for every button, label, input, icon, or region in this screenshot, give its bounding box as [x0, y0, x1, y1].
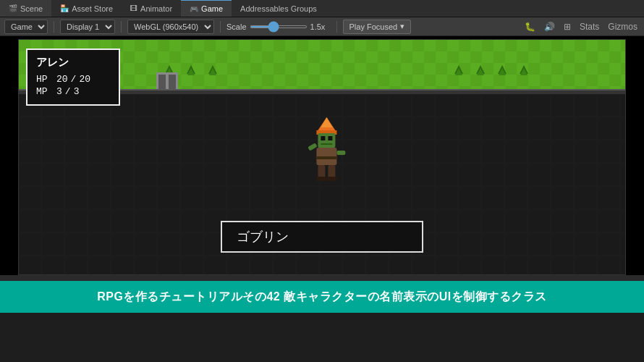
scale-control: Scale 1.5x	[226, 22, 331, 31]
toolbar-separator-3	[220, 21, 221, 33]
asset-store-icon: 🏪	[60, 4, 69, 12]
display-number-select[interactable]: Display 1	[60, 20, 115, 34]
toolbar-separator-1	[54, 21, 54, 33]
game-inner: アレン HP 20 / 20 MP 3 / 3	[18, 39, 626, 275]
tab-game[interactable]: 🎮 Game	[181, 0, 232, 17]
hp-max: 20	[79, 74, 90, 85]
stats-button[interactable]: Stats	[577, 20, 601, 33]
toolbar-right: 🐛 🔊 ⊞ Stats Gizmos	[522, 20, 640, 33]
svg-rect-42	[326, 177, 336, 181]
grid-icon-button[interactable]: ⊞	[562, 20, 573, 33]
svg-rect-39	[318, 165, 325, 178]
svg-rect-31	[318, 133, 335, 148]
bottom-strip	[0, 275, 644, 281]
svg-rect-24	[169, 75, 176, 90]
bottom-banner: RPGを作るチュートリアルその42 敵キャラクターの名前表示のUIを制御するクラ…	[0, 281, 644, 313]
svg-rect-33	[328, 136, 332, 140]
tab-scene[interactable]: 🎬 Scene	[0, 0, 51, 17]
svg-rect-34	[321, 143, 332, 145]
mp-row: MP 3 / 3	[36, 86, 110, 97]
svg-rect-37	[308, 143, 317, 151]
enemy-name: ゴブリン	[237, 230, 289, 245]
char-name: アレン	[36, 56, 110, 70]
goblin-svg	[303, 116, 349, 181]
game-icon: 🎮	[190, 5, 198, 13]
animator-icon: 🎞	[130, 4, 137, 12]
hp-row: HP 20 / 20	[36, 74, 110, 85]
audio-icon-button[interactable]: 🔊	[542, 20, 557, 33]
play-focused-dropdown-icon: ▾	[400, 22, 404, 31]
scale-value: 1.5x	[310, 22, 331, 31]
hp-current: 20	[56, 74, 68, 85]
svg-rect-41	[316, 177, 326, 181]
tab-animator-label: Animator	[140, 4, 172, 13]
tab-addressables-label: Addressables Groups	[240, 4, 317, 13]
mp-current: 3	[56, 86, 62, 97]
tab-game-label: Game	[201, 4, 223, 13]
scene-icon: 🎬	[9, 4, 17, 12]
scale-label: Scale	[226, 22, 247, 31]
svg-rect-32	[321, 136, 325, 140]
play-focused-label: Play Focused	[349, 22, 398, 31]
webgl-select[interactable]: WebGL (960x540)	[127, 20, 214, 34]
play-focused-button[interactable]: Play Focused ▾	[343, 20, 412, 34]
tab-asset-store[interactable]: 🏪 Asset Store	[51, 0, 122, 17]
hp-label: HP	[36, 74, 54, 85]
bottom-banner-text: RPGを作るチュートリアルその42 敵キャラクターの名前表示のUIを制御するクラ…	[97, 290, 546, 305]
tab-animator[interactable]: 🎞 Animator	[122, 0, 181, 17]
player-stats-box: アレン HP 20 / 20 MP 3 / 3	[26, 49, 120, 106]
goblin-sprite	[303, 116, 349, 184]
toolbar-separator-4	[336, 21, 337, 33]
mp-label: MP	[36, 86, 54, 97]
mp-separator: /	[65, 86, 71, 97]
tab-addressables[interactable]: Addressables Groups	[232, 0, 326, 17]
gizmos-label: Gizmos	[608, 22, 637, 32]
stats-label: Stats	[580, 22, 599, 32]
toolbar: Game Display 1 WebGL (960x540) Scale 1.5…	[0, 17, 644, 36]
svg-marker-29	[321, 117, 332, 127]
gizmos-button[interactable]: Gizmos	[606, 20, 640, 33]
svg-rect-23	[158, 75, 166, 90]
mp-max: 3	[74, 86, 80, 97]
enemy-name-box: ゴブリン	[221, 221, 423, 253]
svg-rect-36	[316, 156, 336, 159]
tab-asset-store-label: Asset Store	[72, 4, 113, 13]
hp-separator: /	[71, 74, 77, 85]
svg-rect-40	[328, 165, 335, 178]
bug-icon-button[interactable]: 🐛	[522, 20, 538, 33]
display-select[interactable]: Game	[4, 20, 48, 34]
svg-rect-38	[336, 151, 345, 155]
game-viewport[interactable]: アレン HP 20 / 20 MP 3 / 3	[0, 36, 644, 275]
tab-scene-label: Scene	[20, 4, 43, 13]
scale-slider[interactable]	[250, 25, 308, 28]
toolbar-separator-2	[121, 21, 122, 33]
tabs-bar: 🎬 Scene 🏪 Asset Store 🎞 Animator 🎮 Game …	[0, 0, 644, 17]
